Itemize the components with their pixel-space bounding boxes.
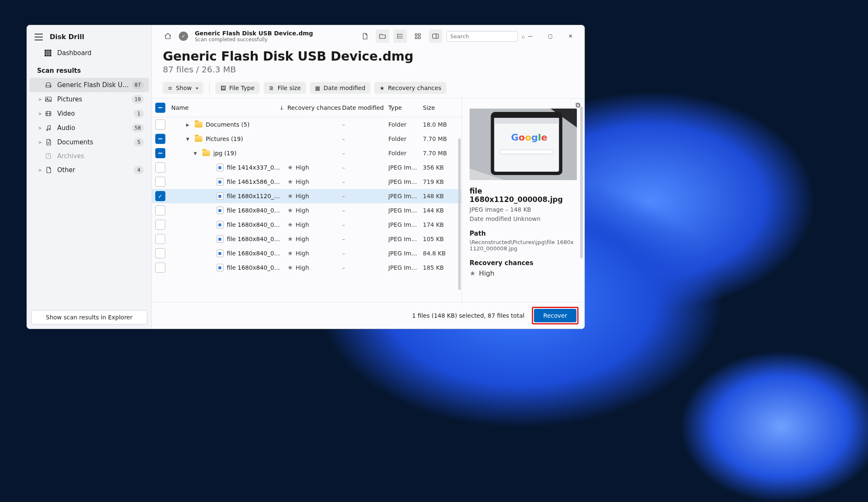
file-name: file 1461x586_000... — [227, 178, 281, 185]
svg-rect-30 — [494, 118, 559, 172]
sidebar-item-archives[interactable]: Archives — [29, 149, 149, 163]
row-checkbox[interactable] — [155, 234, 165, 244]
row-checkbox[interactable] — [155, 148, 165, 158]
home-icon[interactable] — [161, 29, 175, 43]
table-row[interactable]: file 1414x337_000...★High–JPEG Im...356 … — [152, 160, 462, 175]
sidebar-item-pictures[interactable]: >Pictures19 — [29, 92, 149, 106]
expand-caret-icon[interactable]: ▼ — [191, 151, 199, 156]
sidebar-item-generic-flash-disk-usb-d-[interactable]: Generic Flash Disk USB D...87 — [29, 78, 149, 92]
table-row[interactable]: ▼Pictures (19)–Folder7.70 MB — [152, 132, 462, 146]
row-checkbox[interactable] — [155, 205, 165, 215]
svg-rect-22 — [415, 37, 417, 39]
col-name[interactable]: Name — [171, 104, 188, 111]
chevron-right-icon: > — [37, 112, 43, 116]
minimize-button[interactable]: — — [522, 30, 538, 42]
recovery-cell: ★High — [287, 178, 342, 186]
file-name: Documents (5) — [206, 121, 250, 128]
expand-caret-icon[interactable]: ▶ — [184, 122, 191, 127]
sidebar-item-label: Other — [57, 166, 134, 174]
col-date[interactable]: Date modified — [342, 104, 388, 111]
sidebar-item-label: Archives — [57, 152, 144, 160]
note-icon — [45, 124, 52, 132]
filetype-chip[interactable]: 🖼File Type — [215, 82, 260, 94]
list-view-icon[interactable] — [393, 29, 407, 43]
expand-caret-icon[interactable]: ▼ — [184, 137, 191, 141]
table-row[interactable]: file 1680x840_000...★High–JPEG Im...185 … — [152, 260, 462, 275]
svg-rect-21 — [419, 34, 421, 36]
date-cell: – — [342, 121, 388, 128]
search-box[interactable]: ⌕ — [446, 31, 518, 42]
recovery-cell: ★High — [287, 264, 342, 271]
col-size[interactable]: Size — [423, 104, 457, 111]
header-checkbox[interactable] — [155, 103, 165, 113]
sort-arrow-icon[interactable]: ↓ — [279, 105, 284, 111]
topbar-title: Generic Flash Disk USB Device.dmg — [195, 30, 313, 37]
recover-highlight: Recover — [532, 307, 579, 324]
file-table: Name↓ Recovery chances Date modified Typ… — [152, 98, 462, 302]
folder-icon — [195, 122, 202, 127]
recover-button[interactable]: Recover — [534, 309, 576, 322]
row-checkbox[interactable] — [155, 220, 165, 230]
app-name: Disk Drill — [50, 33, 84, 41]
hamburger-icon[interactable] — [35, 34, 43, 40]
table-row[interactable]: file 1461x586_000...★High–JPEG Im...719 … — [152, 175, 462, 189]
table-row[interactable]: ▶Documents (5)–Folder18.0 MB — [152, 117, 462, 132]
filesize-chip[interactable]: 🗎File size — [264, 82, 306, 94]
folder-icon[interactable] — [376, 29, 389, 43]
image-icon: 🖼 — [220, 85, 226, 91]
row-checkbox[interactable] — [155, 248, 165, 258]
table-row[interactable]: file 1680x1120_00...★High–JPEG Im...148 … — [152, 189, 462, 203]
show-chip[interactable]: ≡Show▾ — [163, 82, 203, 94]
grid-view-icon[interactable] — [411, 29, 425, 43]
table-row[interactable]: ▼jpg (19)–Folder7.70 MB — [152, 146, 462, 160]
count-badge: 5 — [134, 138, 144, 146]
drive-icon — [45, 81, 52, 89]
type-cell: Folder — [388, 121, 423, 128]
size-cell: 105 KB — [423, 236, 457, 242]
col-type[interactable]: Type — [388, 104, 423, 111]
recoverychances-chip[interactable]: ★Recovery chances — [374, 82, 446, 94]
open-external-icon[interactable]: ⧉ — [576, 101, 580, 109]
table-row[interactable]: file 1680x840_000...★High–JPEG Im...144 … — [152, 203, 462, 218]
sidebar-item-documents[interactable]: >Documents5 — [29, 135, 149, 149]
svg-text:Google: Google — [511, 132, 548, 143]
file-icon[interactable] — [358, 29, 372, 43]
size-cell: 84.8 KB — [423, 250, 457, 257]
main-pane: ✓ Generic Flash Disk USB Device.dmg Scan… — [152, 25, 584, 329]
maximize-button[interactable]: ▢ — [542, 30, 558, 42]
show-in-explorer-button[interactable]: Show scan results in Explorer — [31, 310, 147, 324]
row-checkbox[interactable] — [155, 263, 165, 273]
film-icon — [45, 110, 52, 117]
panel-toggle-icon[interactable] — [429, 29, 442, 43]
sidebar-item-video[interactable]: >Video1 — [29, 106, 149, 121]
preview-scrollbar[interactable] — [580, 107, 583, 258]
row-checkbox[interactable] — [155, 191, 165, 201]
page-icon — [45, 166, 52, 174]
row-checkbox[interactable] — [155, 177, 165, 187]
preview-filename: file 1680x1120_000008.jpg — [470, 187, 577, 204]
datemodified-chip[interactable]: ▦Date modified — [310, 82, 371, 94]
sidebar-item-other[interactable]: >Other4 — [29, 163, 149, 177]
vertical-scrollbar[interactable] — [458, 138, 461, 290]
table-row[interactable]: file 1680x840_000...★High–JPEG Im...84.8… — [152, 246, 462, 260]
col-recovery[interactable]: Recovery chances — [287, 104, 342, 111]
table-row[interactable]: file 1680x840_000...★High–JPEG Im...174 … — [152, 218, 462, 232]
star-icon: ★ — [287, 221, 293, 228]
preview-rc-label: Recovery chances — [470, 259, 577, 267]
search-input[interactable] — [450, 33, 522, 40]
row-checkbox[interactable] — [155, 120, 165, 130]
row-checkbox[interactable] — [155, 162, 165, 173]
sidebar-dashboard[interactable]: Dashboard — [27, 45, 151, 61]
count-badge: 1 — [134, 109, 144, 118]
row-checkbox[interactable] — [155, 134, 165, 144]
sidebar-item-label: Video — [57, 110, 134, 117]
sidebar-item-label: Documents — [57, 138, 134, 146]
preview-image: Google — [470, 109, 577, 180]
doc-icon — [45, 138, 52, 146]
file-name: file 1680x1120_00... — [227, 193, 281, 199]
preview-path: \Reconstructed\Pictures\jpg\file 1680x11… — [470, 239, 577, 252]
close-button[interactable]: ✕ — [563, 30, 579, 42]
sidebar-item-audio[interactable]: >Audio58 — [29, 121, 149, 135]
table-row[interactable]: file 1680x840_000...★High–JPEG Im...105 … — [152, 232, 462, 246]
file-name: jpg (19) — [213, 150, 236, 157]
